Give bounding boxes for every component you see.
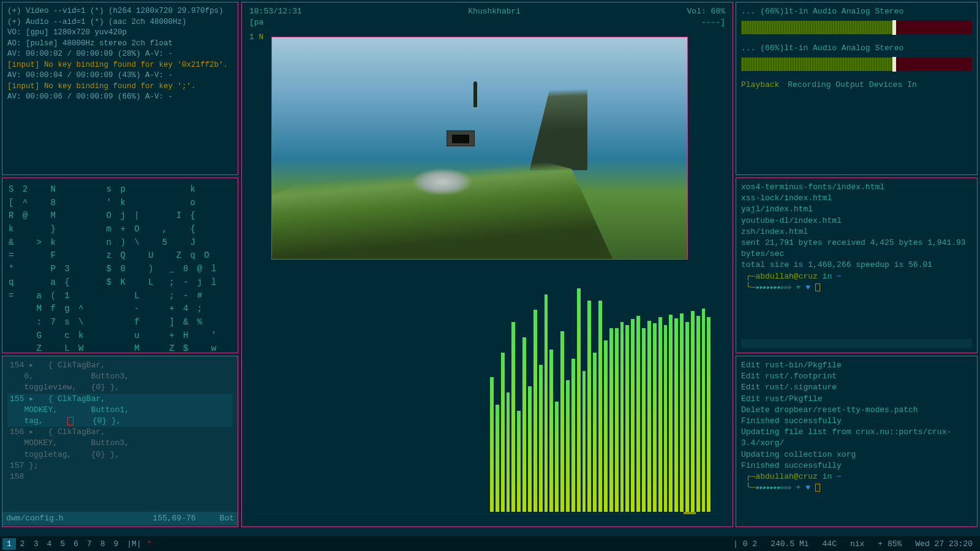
matrix-row: = a ( 1 L ; - # bbox=[9, 290, 232, 303]
volume-fill bbox=[741, 21, 894, 34]
visualizer-bar bbox=[631, 319, 635, 512]
log-warn: [input] No key binding found for key '0x… bbox=[7, 60, 233, 71]
editor-scroll: Bot bbox=[220, 514, 234, 523]
visualizer-bar bbox=[507, 392, 510, 512]
code-line: 0, Button3, bbox=[7, 371, 233, 382]
code-line: MODKEY, Button3, bbox=[7, 438, 233, 449]
pulse-device-row[interactable]: ... (66%)lt-in Audio Analog Stereo bbox=[741, 43, 972, 54]
tag-1[interactable]: 1 bbox=[2, 538, 16, 550]
player-time: 10:53/12:31 bbox=[249, 6, 302, 17]
status-clock: Wed 27 23:20 bbox=[915, 539, 973, 549]
visualizer-bar bbox=[669, 315, 673, 512]
matrix-row: & > k n ) \ 5 J bbox=[9, 236, 232, 250]
tab-other[interactable]: Recording Output Devices In bbox=[788, 80, 917, 89]
term-line: xss-lock/index.html bbox=[741, 193, 972, 204]
visualizer-bar bbox=[533, 310, 537, 512]
log-line: (+) Video --vid=1 (*) (h264 1280x720 29.… bbox=[7, 6, 233, 17]
status-mem: 240.5 Mi bbox=[771, 539, 809, 549]
visualizer-bar bbox=[707, 317, 710, 512]
visualizer-bar bbox=[545, 294, 548, 512]
visualizer-bar bbox=[691, 311, 695, 512]
tab-playback[interactable]: Playback bbox=[741, 80, 779, 89]
visualizer-bar bbox=[615, 328, 619, 512]
visualizer-bar bbox=[653, 323, 657, 512]
volume-bar[interactable] bbox=[741, 58, 972, 71]
log-line: AV: 00:00:02 / 00:00:09 (28%) A-V: - bbox=[7, 49, 233, 60]
visualizer-bar bbox=[604, 340, 608, 512]
player-pane[interactable]: 10:53/12:31 Khushkhabri Vol: 68% [pa ---… bbox=[241, 2, 733, 527]
log-warn: [input] No key binding found for key ';'… bbox=[7, 81, 233, 92]
matrix-row: R @ M O j | I { bbox=[9, 209, 232, 223]
log-line: AV: 00:00:04 / 00:00:09 (43%) A-V: - bbox=[7, 70, 233, 81]
video-obelisk bbox=[473, 81, 477, 107]
code-line: 157 }; bbox=[7, 460, 233, 471]
terminal-ports[interactable]: Edit rust-bin/Pkgfile Edit rust/.footpri… bbox=[736, 356, 978, 527]
pulse-device-row[interactable]: ... (66%)lt-in Audio Analog Stereo bbox=[741, 6, 972, 17]
audio-visualizer bbox=[490, 267, 710, 512]
statusbar[interactable]: 123456789 |M| ° | 0 2 240.5 Mi 44C nix +… bbox=[0, 536, 980, 551]
term-line: Finished successfully bbox=[741, 416, 972, 427]
code-line: 154 ▸ { ClkTagBar, bbox=[7, 360, 233, 371]
visualizer-bar bbox=[549, 350, 553, 512]
shell-prompt[interactable]: ╭─abdullah@cruz in ~ ╰─▸▸▸▸▸▸▸▹▹▹ + ♥ bbox=[741, 271, 972, 293]
matrix-row: Z L W M Z $ w bbox=[9, 342, 232, 353]
prompt-arrows-icon: ▸▸▸▸▸▸▸▹▹▹ bbox=[755, 483, 791, 492]
tag-7[interactable]: 7 bbox=[83, 538, 96, 550]
player-title: Khushkhabri bbox=[468, 6, 521, 17]
tag-3[interactable]: 3 bbox=[29, 538, 43, 550]
player-state-right: ----] bbox=[701, 17, 725, 28]
code-line: toggletag, {0} }, bbox=[7, 449, 233, 460]
visualizer-bar bbox=[593, 353, 597, 512]
pulse-pane[interactable]: ... (66%)lt-in Audio Analog Stereo ... (… bbox=[736, 2, 978, 175]
cursor-icon bbox=[815, 283, 820, 291]
tag-2[interactable]: 2 bbox=[16, 538, 29, 550]
shell-prompt[interactable]: ╭─abdullah@cruz in ~ ╰─▸▸▸▸▸▸▸▹▹▹ + ♥ bbox=[741, 471, 972, 493]
log-line: AO: [pulse] 48000Hz stereo 2ch float bbox=[7, 39, 233, 50]
heart-icon: ♥ bbox=[805, 283, 810, 292]
matrix-pane: S 2 N s p k [ ^ 8 ' k o R @ M O j | I { … bbox=[2, 178, 238, 353]
player-volume: Vol: 68% bbox=[687, 6, 725, 17]
editor-filename: dwm/config.h bbox=[6, 514, 64, 523]
pulse-tabs[interactable]: Playback Recording Output Devices In bbox=[741, 80, 972, 91]
term-line: Updating collection xorg bbox=[741, 449, 972, 460]
visualizer-bar bbox=[620, 322, 624, 512]
terminal-rsync[interactable]: xos4-terminus-fonts/index.html xss-lock/… bbox=[736, 178, 978, 353]
code-line: 158 bbox=[7, 471, 233, 482]
visualizer-bar bbox=[674, 318, 678, 512]
status-battery: + 85% bbox=[878, 539, 902, 549]
tag-9[interactable]: 9 bbox=[110, 538, 123, 550]
tag-4[interactable]: 4 bbox=[42, 538, 56, 550]
tag-5[interactable]: 5 bbox=[56, 538, 69, 550]
visualizer-bar bbox=[490, 377, 494, 512]
log-line: (+) Audio --aid=1 (*) (aac 2ch 48000Hz) bbox=[7, 17, 233, 28]
editor-pane[interactable]: 154 ▸ { ClkTagBar, 0, Button3, togglevie… bbox=[2, 356, 238, 527]
status-counter: | 0 2 bbox=[733, 539, 757, 549]
visualizer-bar bbox=[539, 365, 543, 512]
term-line: xos4-terminus-fonts/index.html bbox=[741, 182, 972, 193]
prompt-arrows-icon: ▸▸▸▸▸▸▸▹▹▹ bbox=[755, 283, 791, 292]
tag-8[interactable]: 8 bbox=[96, 538, 110, 550]
code-line-current: tag, {0} }, bbox=[7, 416, 233, 427]
term-line: Edit rust/Pkgfile bbox=[741, 394, 972, 405]
code-line-current: 155 ▸ { ClkTagBar, bbox=[7, 394, 233, 405]
visualizer-bar bbox=[702, 309, 706, 512]
layout-indicator[interactable]: |M| bbox=[123, 538, 145, 550]
visualizer-bar bbox=[517, 411, 521, 512]
tag-6[interactable]: 6 bbox=[69, 538, 83, 550]
code-line-current: MODKEY, Button1, bbox=[7, 405, 233, 416]
volume-bar[interactable] bbox=[741, 21, 972, 34]
player-subheader: [pa ----] bbox=[247, 17, 728, 28]
matrix-row: : 7 s \ f ] & % bbox=[9, 316, 232, 329]
code-line: toggleview, {0} }, bbox=[7, 382, 233, 393]
term-line: Edit rust/.footprint bbox=[741, 371, 972, 382]
video-frame[interactable] bbox=[271, 37, 688, 260]
matrix-row: S 2 N s p k bbox=[9, 183, 232, 197]
visualizer-bar bbox=[511, 322, 515, 512]
status-host: nix bbox=[850, 539, 864, 549]
visualizer-bar bbox=[636, 316, 640, 512]
matrix-row: G c k u + H ' bbox=[9, 329, 232, 343]
visualizer-bar bbox=[647, 321, 651, 512]
code-line: 156 ▸ { ClkTagBar, bbox=[7, 427, 233, 438]
term-line: yajl/index.html bbox=[741, 204, 972, 215]
cursor-icon bbox=[815, 484, 820, 492]
